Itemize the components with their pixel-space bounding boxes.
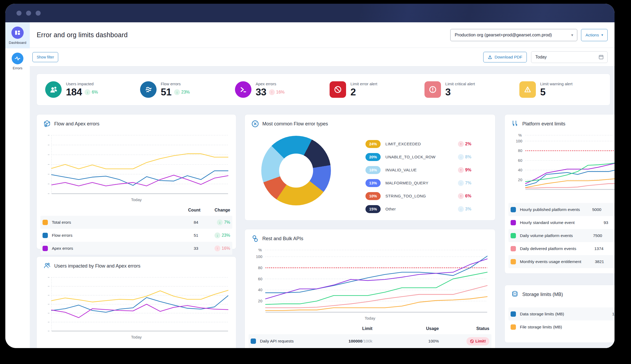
series-color-chip xyxy=(511,207,516,212)
arrow-down-icon: ↓ xyxy=(458,206,464,212)
legend-row[interactable]: 10% STRING_TOO_LONG ↑6% xyxy=(365,189,495,202)
card-title: Storage limits (MB) xyxy=(522,292,563,297)
table-row[interactable]: Daily volume platform events 7500 xyxy=(508,229,615,242)
arrow-up-icon: ↑ xyxy=(214,246,220,251)
window-control-dot[interactable] xyxy=(26,11,31,16)
flow-apex-table: Count Change Total erors 84 ↓7% Flow err… xyxy=(37,205,236,255)
table-row[interactable]: Total erors 84 ↓7% xyxy=(40,216,232,229)
svg-text:60: 60 xyxy=(518,158,522,163)
table-row[interactable]: Hourly standard volume event 93 xyxy=(508,216,615,229)
column-header-change: Change xyxy=(200,208,230,213)
table-row[interactable]: Daily delivered platform events 1374 xyxy=(508,242,615,255)
card-title: Flow and Apex errors xyxy=(54,121,99,127)
table-row[interactable]: Apex errors 33 ↑16% xyxy=(40,242,232,255)
svg-text:40: 40 xyxy=(518,168,522,172)
chevron-down-icon: ▾ xyxy=(601,33,603,37)
pct-badge: 24% xyxy=(365,140,381,148)
series-color-chip xyxy=(43,220,48,225)
column-header-usage: Usage xyxy=(372,326,439,331)
arrow-up-icon: ↑ xyxy=(458,193,464,199)
arrow-down-icon: ↓ xyxy=(174,89,180,95)
kpi-limit-error-alert: Limit error alert 2 xyxy=(323,81,418,98)
database-icon xyxy=(511,290,519,298)
table-row[interactable]: Data storage limits (MB) 15 xyxy=(508,307,615,320)
arrow-up-icon: ↑ xyxy=(269,89,275,95)
dashboard-content: Users impacted 184 ↓6% Flow errors xyxy=(30,66,615,348)
org-selector[interactable]: Production org (gearset+prod@gearset.com… xyxy=(450,29,577,41)
date-range-field[interactable]: Today xyxy=(531,51,608,63)
dashboard-icon xyxy=(11,27,24,39)
status-badge-limit: Limit! xyxy=(466,337,489,345)
table-row[interactable]: Monthly events usage entitlement 3821 xyxy=(508,255,615,268)
window-control-dot[interactable] xyxy=(16,11,22,16)
users-icon xyxy=(43,262,51,270)
series-color-chip xyxy=(511,220,516,225)
platform-legend-table: Hourly published platform events 5000 Ho… xyxy=(505,203,615,268)
block-icon xyxy=(470,339,474,343)
table-row[interactable]: Daily API requests 100000/100k 100% Limi… xyxy=(249,334,491,348)
pct-badge: 13% xyxy=(365,179,381,187)
filter-toolbar: Show filter Download PDF Today xyxy=(30,48,615,66)
column-header-count: Count xyxy=(161,208,200,213)
arrow-down-icon: ↓ xyxy=(85,89,90,95)
kpi-value: 184 xyxy=(66,87,82,98)
svg-text:100: 100 xyxy=(516,139,522,143)
double-down-arrows-icon xyxy=(511,120,519,128)
table-row[interactable]: Hourly published platform events 5000 xyxy=(508,203,615,216)
table-row[interactable]: Flow errors 51 ↓23% xyxy=(40,229,232,242)
series-color-chip xyxy=(43,233,48,238)
users-icon xyxy=(45,81,62,98)
card-title: Most common Flow error types xyxy=(262,121,328,127)
legend-row[interactable]: 15% Other ↓3% xyxy=(365,202,495,215)
series-color-chip xyxy=(511,311,516,317)
legend-row[interactable]: 24% LIMIT_EXCEEDED ↑2% xyxy=(365,137,495,150)
legend-row[interactable]: 13% MALFORMED_QUERY ↓7% xyxy=(365,176,495,189)
kpi-value: 51 xyxy=(161,87,171,98)
kpi-limit-critical-alert: Limit critical alert 3 xyxy=(418,81,513,98)
app-window: Dashboard Errors Error and org limits da… xyxy=(5,4,615,348)
x-axis-label: Today xyxy=(37,197,236,202)
legend-row[interactable]: 18% INVALID_VALUE ↑9% xyxy=(365,163,495,176)
kpi-apex-errors: Apex errors 33 ↑16% xyxy=(229,81,323,98)
circle-x-icon xyxy=(251,120,259,128)
card-title: Platform event limits xyxy=(522,121,565,127)
arrow-up-icon: ↑ xyxy=(458,167,464,173)
pulse-icon xyxy=(12,53,23,64)
page-header: Error and org limits dashboard Productio… xyxy=(30,22,615,48)
column-header-limit: Limit xyxy=(306,326,372,331)
kpi-change: ↓6% xyxy=(85,89,98,95)
flow-apex-errors-card: Flow and Apex errors Today Count Change … xyxy=(36,114,236,249)
platform-event-limits-card: Platform event limits 20406080100% Today… xyxy=(504,114,615,274)
table-row[interactable]: File storage limits (MB) 8 xyxy=(508,320,615,333)
pct-badge: 15% xyxy=(365,205,381,213)
legend-row[interactable]: 20% UNABLE_TO_LOCK_ROW ↓8% xyxy=(365,150,495,163)
svg-text:%: % xyxy=(518,133,522,137)
svg-text:80: 80 xyxy=(518,149,522,153)
kpi-change: ↑16% xyxy=(269,89,285,95)
series-color-chip xyxy=(511,259,516,264)
kpi-value: 5 xyxy=(540,87,545,98)
block-icon xyxy=(330,81,346,98)
rest-bulk-line-chart: 20406080100% xyxy=(252,248,489,315)
kpi-label: Users impacted xyxy=(66,82,98,86)
window-control-dot[interactable] xyxy=(36,11,41,16)
kpi-value: 33 xyxy=(256,87,266,98)
download-pdf-button[interactable]: Download PDF xyxy=(483,52,527,62)
sidebar-item-dashboard[interactable]: Dashboard xyxy=(5,22,30,48)
show-filter-button[interactable]: Show filter xyxy=(32,52,58,62)
arrow-up-icon: ↑ xyxy=(458,141,464,147)
arrow-down-icon: ↓ xyxy=(217,219,223,225)
sidebar-item-errors[interactable]: Errors xyxy=(5,48,30,74)
users-table: Count Change Total users impacted 184 ↓6… xyxy=(37,346,236,348)
kpi-users-impacted: Users impacted 184 ↓6% xyxy=(39,81,134,98)
arrow-down-icon: ↓ xyxy=(458,154,464,160)
svg-text:100: 100 xyxy=(256,255,262,259)
x-axis-label: Today xyxy=(37,335,236,339)
kpi-change: ↓23% xyxy=(174,89,190,95)
page-title: Error and org limits dashboard xyxy=(37,31,128,39)
error-types-donut-chart xyxy=(261,136,331,205)
card-title: Users impacted by Flow and Apex errors xyxy=(54,263,140,269)
rest-bulk-table: Limit Usage Status Daily API requests 10… xyxy=(245,323,495,348)
arrow-down-icon: ↓ xyxy=(458,180,464,186)
actions-button[interactable]: Actions ▾ xyxy=(581,29,608,41)
